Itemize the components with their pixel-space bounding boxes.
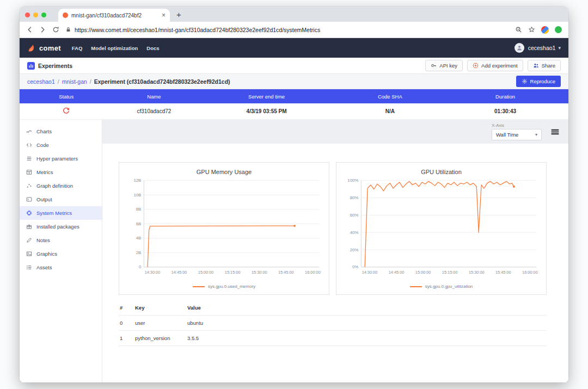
svg-text:15:30:00: 15:30:00: [469, 270, 485, 275]
legend-label: sys.gpu.0.gpu_utilization: [425, 284, 473, 289]
experiment-actions: API keyAdd experimentShare: [425, 60, 561, 71]
api-key-button[interactable]: API key: [425, 60, 463, 71]
x-axis-select[interactable]: Wall Time ▾: [492, 129, 542, 140]
chip-icon: [26, 210, 32, 216]
sidebar-item-metrics[interactable]: Metrics: [20, 165, 102, 179]
back-icon[interactable]: [26, 26, 33, 33]
sidebar-item-assets[interactable]: Assets: [20, 261, 102, 274]
chart-legend[interactable]: sys.gpu.0.gpu_utilization: [340, 284, 543, 289]
experiment-row[interactable]: cf310adacd72 4/3/19 03:55 PM N/A 01:30:4…: [20, 103, 568, 120]
breadcrumb-project[interactable]: mnist-gan: [62, 78, 87, 85]
sidebar-item-label: Graphics: [36, 251, 57, 257]
chart-card-gpu-utilization: GPU Utilization 0%20%40%60%80%100%14:30:…: [336, 162, 547, 295]
browser-toolbar: https://www.comet.ml/ceceshao1/mnist-gan…: [20, 22, 568, 38]
kv-cell: user: [135, 320, 187, 326]
comet-logo-icon[interactable]: [27, 44, 36, 53]
nav-docs[interactable]: Docs: [146, 45, 159, 51]
experiments-bar: Experiments API keyAdd experimentShare: [20, 58, 568, 74]
kv-cell: ubuntu: [187, 320, 546, 326]
svg-text:15:45:00: 15:45:00: [278, 270, 294, 275]
top-nav: FAQModel optimizationDocs: [72, 45, 160, 51]
refresh-icon[interactable]: [52, 26, 59, 33]
new-tab-button[interactable]: +: [176, 10, 181, 19]
reproduce-button[interactable]: Reproduce: [516, 76, 561, 87]
kv-cell: 1: [120, 335, 135, 341]
sidebar: ChartsCodeHyper parametersMetricsGraph d…: [20, 120, 102, 382]
sidebar-item-label: Graph definition: [36, 183, 73, 189]
breadcrumb-owner[interactable]: ceceshao1: [27, 78, 55, 85]
minimize-window-button[interactable]: [33, 13, 38, 17]
sidebar-item-code[interactable]: Code: [20, 138, 102, 152]
zoom-icon[interactable]: [515, 26, 522, 33]
column-header-duration: Duration: [442, 94, 568, 100]
browser-profile-avatar[interactable]: [541, 26, 549, 34]
svg-text:14:45:00: 14:45:00: [171, 270, 187, 275]
browser-tab[interactable]: mnist-gan/cf310adacd724bf2 ×: [58, 9, 170, 22]
close-window-button[interactable]: [25, 13, 30, 17]
kv-column-key: Key: [135, 305, 187, 311]
svg-text:15:00:00: 15:00:00: [415, 270, 431, 275]
kv-table-body: 0userubuntu1python_version3.5.5: [119, 316, 547, 346]
user-menu[interactable]: ceceshao1: [528, 45, 556, 51]
sidebar-item-label: Installed packages: [36, 224, 79, 230]
svg-text:100%: 100%: [347, 178, 358, 183]
svg-text:40%: 40%: [350, 230, 359, 235]
tab-close-icon[interactable]: ×: [162, 12, 166, 18]
comet-header: comet FAQModel optimizationDocs ceceshao…: [20, 38, 568, 58]
column-header-status: Status: [20, 94, 113, 100]
fullscreen-window-button[interactable]: [41, 13, 46, 17]
sidebar-item-output[interactable]: Output: [20, 193, 102, 206]
grid-icon: [26, 169, 32, 175]
comet-favicon-icon: [63, 13, 68, 18]
svg-text:15:15:00: 15:15:00: [225, 270, 241, 275]
nav-faq[interactable]: FAQ: [72, 45, 83, 51]
menu-icon[interactable]: [550, 127, 560, 137]
list-icon: [26, 156, 32, 162]
kv-cell: 3.5.5: [187, 335, 546, 341]
chevron-down-icon[interactable]: ▾: [558, 45, 561, 51]
sidebar-item-graph-definition[interactable]: Graph definition: [20, 179, 102, 193]
sidebar-item-system-metrics[interactable]: System Metrics: [20, 206, 102, 220]
sidebar-item-charts[interactable]: Charts: [20, 125, 102, 138]
extension-icon[interactable]: [555, 26, 562, 33]
svg-text:8B: 8B: [136, 207, 142, 212]
line-chart-icon: [26, 128, 32, 134]
column-header-code-sha: Code SHA: [338, 94, 443, 100]
bookmark-star-icon[interactable]: [528, 26, 535, 33]
share-icon: [533, 63, 539, 69]
sidebar-item-graphics[interactable]: Graphics: [20, 247, 102, 261]
user-avatar[interactable]: [514, 43, 524, 53]
svg-text:80%: 80%: [350, 195, 359, 200]
kv-cell: 0: [120, 320, 135, 326]
tab-experiments[interactable]: Experiments: [27, 62, 72, 70]
code-sha-cell: N/A: [338, 108, 443, 114]
experiment-table-header: StatusNameServer end timeCode SHADuratio…: [20, 89, 568, 103]
brand-name[interactable]: comet: [39, 44, 61, 52]
forward-icon[interactable]: [39, 26, 46, 33]
x-axis-label: X-Axis: [492, 123, 542, 128]
button-label: Share: [542, 63, 555, 69]
svg-text:14:30:00: 14:30:00: [362, 270, 378, 275]
address-bar[interactable]: https://www.comet.ml/ceceshao1/mnist-gan…: [65, 24, 509, 36]
window-controls: [25, 13, 46, 17]
svg-text:15:15:00: 15:15:00: [442, 270, 458, 275]
code-icon: [26, 142, 32, 148]
breadcrumb-separator: /: [58, 78, 59, 85]
sidebar-item-label: Output: [36, 196, 52, 202]
sidebar-item-hyper-parameters[interactable]: Hyper parameters: [20, 152, 102, 165]
chart-legend[interactable]: sys.gpu.0.used_memory: [122, 284, 326, 289]
sidebar-item-notes[interactable]: Notes: [20, 233, 102, 247]
svg-text:14:45:00: 14:45:00: [389, 270, 405, 275]
content-area: ChartsCodeHyper parametersMetricsGraph d…: [20, 120, 568, 382]
svg-text:15:00:00: 15:00:00: [198, 270, 214, 275]
x-axis-value: Wall Time: [496, 132, 518, 138]
add-experiment-button[interactable]: Add experiment: [467, 60, 523, 71]
breadcrumb: ceceshao1 / mnist-gan / Experiment (cf31…: [20, 74, 568, 89]
nav-model-optimization[interactable]: Model optimization: [91, 45, 138, 51]
assets-icon: [26, 264, 32, 270]
svg-text:15:45:00: 15:45:00: [495, 270, 511, 275]
svg-text:0: 0: [139, 264, 142, 269]
share-button[interactable]: Share: [528, 60, 561, 71]
sidebar-item-installed-packages[interactable]: Installed packages: [20, 220, 102, 233]
button-label: API key: [439, 63, 457, 69]
